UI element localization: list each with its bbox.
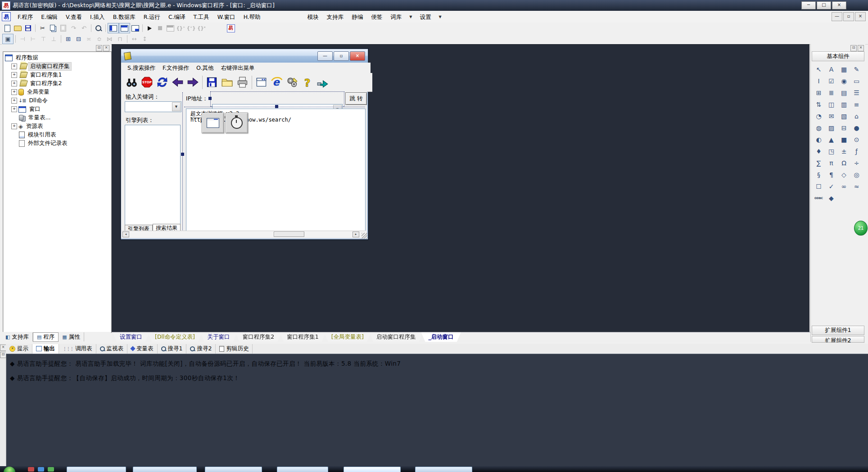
assistant-button[interactable]: 易	[226, 23, 236, 33]
component-icon[interactable]: ▥	[838, 99, 850, 109]
save-file-icon[interactable]	[206, 76, 218, 88]
menu-item[interactable]: I.插入	[86, 11, 109, 23]
menu-context[interactable]: 右键弹出菜单	[217, 63, 258, 73]
component-icon[interactable]: ☑	[826, 76, 837, 86]
component-icon[interactable]: ⊙	[851, 134, 862, 145]
find-button[interactable]	[93, 23, 104, 33]
maximize-button[interactable]: □	[817, 1, 831, 9]
tree-item-constants[interactable]: 常量表...	[19, 113, 111, 122]
taskbar-window-button[interactable]	[205, 467, 262, 472]
chevron-down-icon[interactable]: ▼	[172, 102, 181, 111]
component-icon[interactable]: Ω	[838, 158, 850, 168]
component-icon[interactable]: ☐	[813, 181, 824, 191]
selection-handle[interactable]	[181, 153, 184, 156]
taskbar-window-button[interactable]	[415, 467, 472, 472]
new-window-icon[interactable]	[255, 76, 267, 88]
doc-tab-assembly2[interactable]: 窗口程序集2	[235, 332, 281, 342]
tree-item-module-refs[interactable]: 模块引用表	[19, 131, 111, 139]
doc-tab-dll-table[interactable]: [Dll命令定义表]	[148, 332, 202, 342]
menu-item[interactable]: H.帮助	[240, 11, 265, 23]
center-h-button[interactable]: ⊞	[63, 34, 73, 44]
cut-button[interactable]: ✂	[37, 23, 48, 33]
settings-gears-icon[interactable]	[286, 76, 298, 88]
grid-tool-button[interactable]: ▣	[2, 34, 14, 44]
chevron-down-icon[interactable]: ▼	[435, 15, 445, 19]
plugin-menu-cilib[interactable]: 词库	[386, 11, 406, 23]
component-icon[interactable]: ⌂	[851, 111, 862, 121]
mini-browser-component[interactable]	[202, 113, 224, 133]
fit-width-button[interactable]: ↔	[129, 34, 140, 44]
undo-button[interactable]: ↶	[79, 23, 89, 33]
layout-top-button[interactable]	[119, 23, 130, 33]
selection-handle[interactable]	[208, 97, 212, 100]
palette-pin-button[interactable]: ⊡	[850, 45, 857, 51]
mdi-close-button[interactable]: ×	[855, 12, 866, 21]
run-button[interactable]	[145, 23, 155, 33]
doc-tab-startup-window[interactable]: _启动窗口	[421, 332, 461, 342]
scroll-left-button[interactable]: ◂	[122, 231, 129, 237]
doc-tab-about-window[interactable]: 关于窗口	[200, 332, 237, 342]
component-icon[interactable]: ■	[838, 134, 850, 145]
center-v-button[interactable]: ⊟	[73, 34, 84, 44]
component-icon[interactable]: ÷	[851, 158, 862, 168]
form-designer-window[interactable]: — ▫ × S.搜索操作 F.文件操作 O.其他 右键弹出菜单 STOP e ?…	[121, 49, 368, 240]
component-icon[interactable]: ≈	[851, 181, 862, 191]
open-folder-icon[interactable]	[221, 76, 233, 88]
align-top-button[interactable]: ⊤	[38, 34, 49, 44]
doc-tab-settings-window[interactable]: 设置窗口	[113, 332, 149, 342]
menu-item[interactable]: W.窗口	[213, 11, 240, 23]
insert-brace-mid-button[interactable]: {⁺}	[186, 23, 196, 33]
search-binoculars-icon[interactable]	[126, 76, 138, 88]
component-icon[interactable]: ◉	[838, 76, 850, 86]
component-icon[interactable]: ✉	[826, 111, 837, 121]
same-height-button[interactable]: ≎	[94, 34, 104, 44]
jump-button[interactable]: 跳 转	[345, 92, 367, 105]
fit-height-button[interactable]: ↕	[140, 34, 150, 44]
component-icon[interactable]: ◳	[826, 146, 837, 156]
menu-item[interactable]: C.编译	[164, 11, 190, 23]
component-icon[interactable]: ◫	[826, 99, 837, 109]
expander-icon[interactable]: +	[11, 72, 17, 78]
same-space-h-button[interactable]: ⋈	[104, 34, 115, 44]
align-bottom-button[interactable]: ⊥	[49, 34, 59, 44]
output-pin-button[interactable]: ⊡	[0, 352, 6, 358]
minimize-button[interactable]: ─	[801, 1, 816, 9]
open-file-button[interactable]	[13, 23, 23, 33]
form-close-button[interactable]: ×	[350, 51, 365, 61]
tree-item-assembly1[interactable]: + 窗口程序集1	[5, 71, 111, 79]
chevron-down-icon[interactable]: ▼	[406, 15, 416, 19]
form-maximize-button[interactable]: ▫	[334, 51, 349, 61]
component-icon[interactable]: ▤	[838, 87, 850, 98]
form-window-titlebar[interactable]: — ▫ ×	[121, 49, 368, 63]
stop-sign-icon[interactable]: STOP	[141, 76, 153, 88]
expander-icon[interactable]: +	[11, 89, 17, 95]
menu-item[interactable]: F.程序	[14, 11, 37, 23]
hypertext-browser-control[interactable]: 超文本浏览框_v3.2 http://www.searchnow.ws/sear…	[186, 109, 366, 231]
taskbar-pinned-icon[interactable]	[28, 467, 34, 472]
component-icon[interactable]: ◎	[851, 169, 862, 180]
tree-item-global-vars[interactable]: + 全局变量	[5, 88, 111, 96]
insert-braces-button[interactable]: {}⁺	[176, 23, 186, 33]
taskbar-window-button-active[interactable]	[344, 467, 401, 472]
panel-close-button[interactable]: ×	[103, 45, 109, 51]
component-icon[interactable]: ↖	[813, 64, 824, 74]
menu-item[interactable]: R.运行	[140, 11, 164, 23]
print-icon[interactable]	[236, 76, 249, 88]
expander-icon[interactable]: +	[11, 123, 17, 129]
component-icon[interactable]: ∑	[813, 158, 824, 168]
taskbar-window-button[interactable]	[277, 467, 328, 472]
component-icon[interactable]: ODBC	[813, 193, 824, 203]
plugin-menu-settings[interactable]: 设置	[416, 11, 435, 23]
forward-arrow-icon[interactable]	[187, 76, 199, 88]
menu-item[interactable]: T.工具	[190, 11, 213, 23]
new-file-button[interactable]	[2, 23, 13, 33]
component-icon[interactable]: ▨	[826, 123, 837, 133]
expander-icon[interactable]: +	[11, 81, 17, 86]
component-icon[interactable]: ±	[838, 146, 850, 156]
tab-variable-table[interactable]: 变量表	[127, 344, 158, 354]
tree-item-startup-assembly[interactable]: + 启动窗口程序集	[5, 62, 111, 71]
component-icon[interactable]: ●	[851, 123, 862, 133]
component-icon[interactable]: ≡	[851, 99, 862, 109]
component-icon[interactable]: ⊞	[813, 87, 824, 98]
palette-close-button[interactable]: ×	[858, 45, 864, 51]
